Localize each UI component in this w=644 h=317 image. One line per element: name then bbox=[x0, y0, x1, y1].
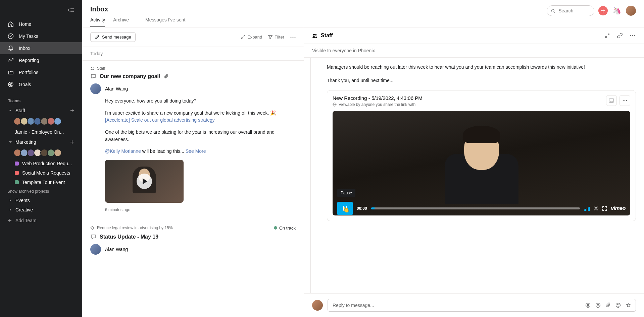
svg-point-40 bbox=[595, 208, 597, 209]
inbox-item[interactable]: Reduce legal review in advertising by 15… bbox=[82, 220, 304, 265]
sidebar-collapse-button[interactable] bbox=[66, 5, 76, 15]
nav-goals[interactable]: Goals bbox=[0, 78, 82, 90]
more-actions-button[interactable] bbox=[290, 37, 296, 38]
team-events[interactable]: Events bbox=[0, 196, 82, 205]
teams-section-header[interactable]: Teams bbox=[0, 97, 82, 105]
omnibutton[interactable] bbox=[598, 6, 608, 15]
user-mention[interactable]: @Kelly Morianne bbox=[105, 148, 141, 154]
conversation-icon bbox=[90, 73, 96, 79]
project-web-production[interactable]: Web Production Requ... bbox=[0, 159, 82, 168]
nav-my-tasks[interactable]: My Tasks bbox=[0, 30, 82, 42]
svg-line-14 bbox=[554, 11, 555, 12]
video-thumbnail[interactable] bbox=[105, 160, 184, 203]
nav-home[interactable]: Home bbox=[0, 18, 82, 30]
detail-paragraph: Managers should be reaching out later th… bbox=[327, 64, 636, 71]
attachment-icon[interactable] bbox=[605, 303, 611, 308]
project-jamie[interactable]: Jamie - Employee On... bbox=[0, 127, 82, 137]
project-label: Social Media Requests bbox=[22, 170, 70, 176]
team-staff[interactable]: Staff bbox=[0, 105, 82, 116]
fullscreen-button[interactable] bbox=[604, 32, 610, 39]
svg-point-21 bbox=[295, 37, 296, 38]
add-to-team-button[interactable] bbox=[69, 139, 76, 145]
project-template-tour[interactable]: Template Tour Event bbox=[0, 178, 82, 187]
video-scrubber[interactable] bbox=[371, 206, 580, 211]
people-icon bbox=[90, 66, 94, 70]
author-avatar[interactable] bbox=[90, 83, 101, 94]
inbox-tabs: Activity Archive Messages I've sent bbox=[90, 17, 185, 27]
vimeo-logo[interactable]: vimeo bbox=[611, 205, 626, 211]
tab-activity[interactable]: Activity bbox=[90, 17, 105, 27]
show-archived-link[interactable]: Show archived projects bbox=[0, 187, 82, 196]
at-mention-icon[interactable] bbox=[595, 303, 601, 308]
volume-icon[interactable] bbox=[584, 206, 590, 211]
add-team-button[interactable]: Add Team bbox=[0, 214, 82, 227]
project-link[interactable]: [Accelerate] Scale out our global advert… bbox=[105, 117, 215, 123]
nav-inbox[interactable]: Inbox bbox=[0, 42, 82, 54]
video-player[interactable]: Pause 00:00 bbox=[333, 111, 630, 215]
search-input[interactable] bbox=[558, 8, 590, 13]
author-avatar[interactable] bbox=[90, 244, 101, 255]
more-actions-button[interactable] bbox=[629, 32, 636, 39]
emoji-icon[interactable] bbox=[615, 303, 621, 308]
transcript-button[interactable] bbox=[606, 95, 617, 106]
tab-archive[interactable]: Archive bbox=[113, 17, 129, 27]
fullscreen-icon[interactable] bbox=[602, 206, 607, 211]
see-more-link[interactable]: See More bbox=[186, 148, 206, 154]
project-social-media[interactable]: Social Media Requests bbox=[0, 168, 82, 178]
svg-point-25 bbox=[315, 34, 316, 36]
pause-button[interactable] bbox=[337, 202, 353, 215]
tab-messages-sent[interactable]: Messages I've sent bbox=[145, 17, 185, 27]
nav-reporting[interactable]: Reporting bbox=[0, 54, 82, 66]
svg-point-43 bbox=[596, 303, 600, 308]
inbox-item[interactable]: Staff Our new company goal! Alan Wang He… bbox=[82, 60, 304, 220]
message-paragraph: Hey everyone, how are you all doing toda… bbox=[105, 98, 296, 105]
team-marketing-members[interactable] bbox=[0, 147, 82, 159]
author-name[interactable]: Alan Wang bbox=[105, 86, 128, 91]
project-label: Web Production Requ... bbox=[22, 161, 72, 166]
send-message-button[interactable]: Send message bbox=[90, 32, 136, 42]
appreciation-icon[interactable] bbox=[626, 303, 631, 308]
svg-rect-34 bbox=[609, 99, 614, 102]
svg-point-22 bbox=[91, 67, 92, 68]
recording-card: New Recording - 5/19/2022, 4:43:06 PM Vi… bbox=[327, 90, 636, 221]
nav-label: Reporting bbox=[19, 58, 39, 63]
project-label: Jamie - Employee On... bbox=[15, 129, 64, 135]
inbox-detail-pane: Staff Visible to everyone in Phoenix Man… bbox=[304, 27, 644, 317]
divider bbox=[137, 19, 137, 25]
svg-point-20 bbox=[293, 37, 294, 38]
play-icon bbox=[137, 174, 152, 189]
expand-button[interactable]: Expand bbox=[241, 35, 262, 40]
avatar bbox=[54, 117, 62, 125]
nav-portfolios[interactable]: Portfolios bbox=[0, 66, 82, 78]
pause-tooltip: Pause bbox=[337, 189, 355, 197]
section-title: Teams bbox=[8, 99, 20, 103]
svg-point-19 bbox=[291, 37, 292, 38]
copy-link-button[interactable] bbox=[616, 32, 623, 39]
svg-point-37 bbox=[623, 100, 624, 101]
recording-more-button[interactable] bbox=[620, 95, 630, 106]
reply-input[interactable]: Reply to message... bbox=[328, 299, 636, 312]
recording-subtitle: Viewable by anyone you share the link wi… bbox=[339, 102, 415, 107]
team-creative[interactable]: Creative bbox=[0, 205, 82, 214]
item-meta-label: Staff bbox=[97, 66, 105, 71]
team-marketing[interactable]: Marketing bbox=[0, 137, 82, 147]
expand-icon bbox=[241, 35, 245, 39]
celebration-icon[interactable]: 🦄 bbox=[612, 6, 622, 16]
detail-body: Managers should be reaching out later th… bbox=[310, 58, 644, 293]
svg-point-47 bbox=[619, 305, 620, 305]
team-label: Creative bbox=[15, 207, 76, 212]
user-avatar-button[interactable] bbox=[626, 6, 636, 16]
author-name[interactable]: Alan Wang bbox=[105, 247, 128, 252]
svg-point-24 bbox=[313, 34, 315, 36]
add-to-team-button[interactable] bbox=[69, 107, 76, 114]
filter-button[interactable]: Filter bbox=[268, 35, 284, 40]
record-video-icon[interactable] bbox=[585, 303, 591, 308]
settings-icon[interactable] bbox=[593, 206, 599, 211]
team-staff-members[interactable] bbox=[0, 116, 82, 127]
global-search[interactable] bbox=[547, 5, 594, 16]
item-title: Status Update - May 19 bbox=[100, 234, 158, 240]
globe-icon bbox=[333, 103, 337, 107]
nav-label: My Tasks bbox=[19, 34, 38, 39]
video-time: 00:00 bbox=[357, 206, 367, 211]
attachment-icon bbox=[164, 74, 168, 79]
